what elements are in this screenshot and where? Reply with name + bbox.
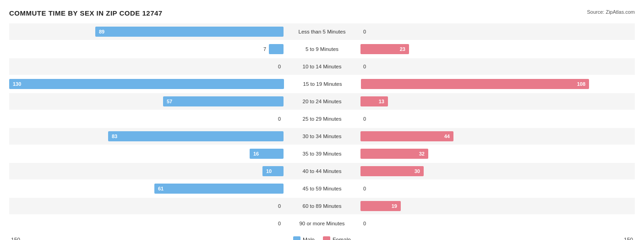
male-inside-value: 10 bbox=[266, 168, 272, 174]
legend: Male Female bbox=[293, 236, 351, 240]
female-value-label: 0 bbox=[363, 29, 372, 34]
row-label: 20 to 24 Minutes bbox=[285, 99, 359, 104]
male-bar-wrapper: 0 bbox=[9, 218, 284, 229]
female-value-label: 0 bbox=[363, 64, 372, 69]
female-section: 23 bbox=[359, 41, 635, 57]
male-section: 83 bbox=[9, 128, 285, 145]
male-section: 10 bbox=[9, 163, 285, 179]
row-label: 30 to 34 Minutes bbox=[285, 134, 359, 139]
female-section: 32 bbox=[359, 145, 635, 162]
bar-row: 89Less than 5 Minutes0 bbox=[9, 23, 635, 40]
row-label: 15 to 19 Minutes bbox=[286, 81, 359, 87]
female-swatch bbox=[323, 236, 330, 240]
female-section: 19 bbox=[359, 198, 635, 214]
female-value-label: 0 bbox=[363, 186, 372, 191]
male-section: 130 bbox=[9, 76, 286, 92]
male-value-label: 0 bbox=[272, 116, 281, 122]
male-section: 7 bbox=[9, 41, 285, 57]
male-value-label: 0 bbox=[272, 221, 281, 226]
male-bar-wrapper: 61 bbox=[9, 184, 284, 194]
female-section: 108 bbox=[359, 76, 635, 92]
male-bar bbox=[269, 44, 284, 54]
female-bar: 32 bbox=[360, 149, 428, 159]
male-bar-wrapper: 57 bbox=[9, 96, 284, 106]
female-bar: 44 bbox=[360, 131, 453, 141]
male-section: 89 bbox=[9, 23, 285, 40]
male-bar-wrapper: 130 bbox=[9, 79, 284, 89]
male-bar-wrapper: 83 bbox=[9, 131, 284, 141]
male-inside-value: 130 bbox=[13, 81, 21, 87]
row-label: 45 to 59 Minutes bbox=[285, 186, 359, 191]
female-bar-wrapper: 0 bbox=[360, 218, 635, 229]
bar-row: 025 to 29 Minutes0 bbox=[9, 111, 635, 127]
male-bar-wrapper: 0 bbox=[9, 114, 284, 124]
female-section: 30 bbox=[359, 163, 635, 179]
female-section: 0 bbox=[359, 215, 635, 232]
male-section: 0 bbox=[9, 215, 285, 232]
bar-row: 1635 to 39 Minutes32 bbox=[9, 145, 635, 162]
bar-row: 8330 to 34 Minutes44 bbox=[9, 128, 635, 145]
male-section: 57 bbox=[9, 93, 285, 110]
male-inside-value: 61 bbox=[158, 186, 164, 191]
male-bar: 57 bbox=[163, 96, 284, 106]
female-value-label: 0 bbox=[363, 221, 372, 226]
male-bar-wrapper: 7 bbox=[9, 44, 284, 54]
male-bar: 10 bbox=[262, 166, 284, 176]
chart-title: COMMUTE TIME BY SEX IN ZIP CODE 12747 bbox=[9, 9, 163, 17]
bar-row: 13015 to 19 Minutes108 bbox=[9, 76, 635, 92]
male-value-label: 0 bbox=[272, 203, 281, 209]
footer-right-value: 150 bbox=[624, 237, 633, 240]
male-bar-wrapper: 0 bbox=[9, 61, 284, 72]
male-bar: 61 bbox=[154, 184, 284, 194]
female-bar-wrapper: 30 bbox=[360, 166, 635, 176]
legend-female: Female bbox=[323, 236, 351, 240]
male-bar-wrapper: 0 bbox=[9, 201, 284, 211]
legend-male: Male bbox=[293, 236, 315, 240]
male-inside-value: 83 bbox=[112, 134, 117, 139]
female-bar: 23 bbox=[360, 44, 409, 54]
row-label: 90 or more Minutes bbox=[285, 221, 359, 226]
bar-row: 75 to 9 Minutes23 bbox=[9, 41, 635, 57]
male-swatch bbox=[293, 236, 300, 240]
female-section: 0 bbox=[359, 23, 635, 40]
female-inside-value: 30 bbox=[415, 168, 420, 174]
male-bar: 16 bbox=[250, 149, 284, 159]
male-section: 0 bbox=[9, 198, 285, 214]
row-label: 60 to 89 Minutes bbox=[285, 203, 359, 209]
chart-header: COMMUTE TIME BY SEX IN ZIP CODE 12747 So… bbox=[9, 9, 635, 17]
female-bar-wrapper: 32 bbox=[360, 149, 635, 159]
female-bar-wrapper: 0 bbox=[360, 184, 635, 194]
row-label: 25 to 29 Minutes bbox=[285, 116, 359, 122]
female-inside-value: 32 bbox=[419, 151, 425, 156]
female-inside-value: 23 bbox=[400, 46, 405, 52]
footer-left-value: 150 bbox=[11, 237, 20, 240]
row-label: 5 to 9 Minutes bbox=[285, 46, 359, 52]
female-inside-value: 108 bbox=[577, 81, 585, 87]
chart-footer: 150 Male Female 150 bbox=[9, 236, 635, 240]
female-bar-wrapper: 108 bbox=[361, 79, 635, 89]
legend-male-label: Male bbox=[303, 237, 315, 240]
male-value-label: 0 bbox=[272, 64, 281, 69]
bar-row: 010 to 14 Minutes0 bbox=[9, 58, 635, 75]
bar-row: 6145 to 59 Minutes0 bbox=[9, 180, 635, 197]
male-bar: 130 bbox=[9, 79, 284, 89]
bar-row: 060 to 89 Minutes19 bbox=[9, 198, 635, 214]
male-bar-wrapper: 89 bbox=[9, 27, 284, 37]
male-value-label: 7 bbox=[257, 46, 266, 52]
bar-row: 5720 to 24 Minutes13 bbox=[9, 93, 635, 110]
chart-area: 89Less than 5 Minutes075 to 9 Minutes230… bbox=[9, 23, 635, 232]
female-bar-wrapper: 0 bbox=[360, 27, 635, 37]
female-bar-wrapper: 0 bbox=[360, 114, 635, 124]
row-label: 35 to 39 Minutes bbox=[285, 151, 359, 156]
row-label: Less than 5 Minutes bbox=[285, 29, 359, 34]
female-inside-value: 44 bbox=[444, 134, 450, 139]
chart-container: COMMUTE TIME BY SEX IN ZIP CODE 12747 So… bbox=[0, 5, 644, 240]
female-section: 0 bbox=[359, 111, 635, 127]
female-inside-value: 13 bbox=[379, 99, 384, 104]
female-bar-wrapper: 19 bbox=[360, 201, 635, 211]
chart-source: Source: ZipAtlas.com bbox=[587, 9, 635, 15]
female-bar-wrapper: 13 bbox=[360, 96, 635, 106]
row-label: 10 to 14 Minutes bbox=[285, 64, 359, 69]
male-bar-wrapper: 16 bbox=[9, 149, 284, 159]
male-section: 16 bbox=[9, 145, 285, 162]
